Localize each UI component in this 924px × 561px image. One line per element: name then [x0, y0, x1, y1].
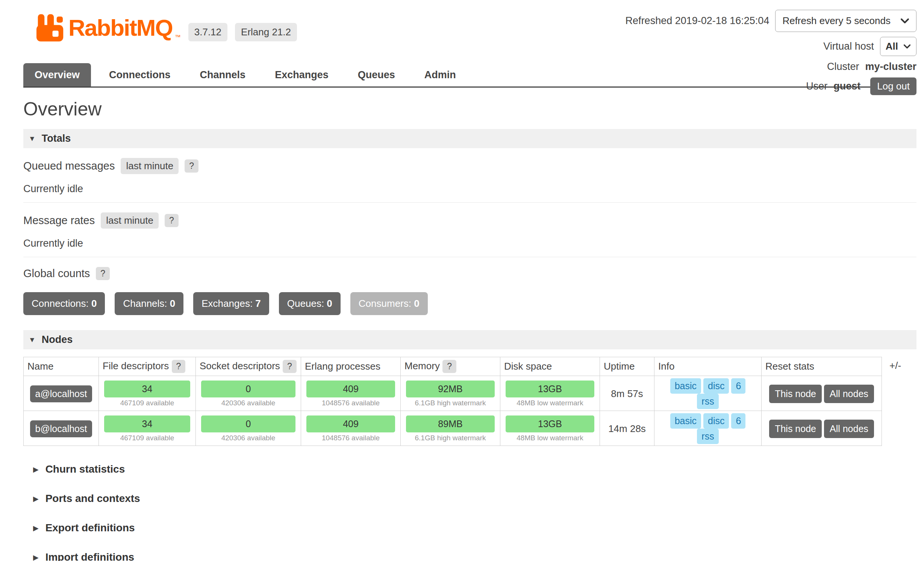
- trademark-symbol: ™: [175, 34, 181, 41]
- file-descriptors-available: 467109 available: [102, 399, 192, 407]
- nodes-header-row: Name File descriptors ? Socket descripto…: [24, 357, 882, 376]
- queued-messages-label: Queued messages: [23, 160, 115, 172]
- count-value: 0: [170, 298, 175, 309]
- node-name-badge: a@localhost: [30, 385, 92, 402]
- logout-button[interactable]: Log out: [870, 77, 916, 95]
- disk-space-cell: 13GB 48MB low watermark: [500, 376, 600, 411]
- import-definitions-section-toggle[interactable]: ▶ Import definitions: [23, 551, 916, 561]
- tab-exchanges[interactable]: Exchanges: [264, 63, 340, 86]
- rates-range-badge[interactable]: last minute: [101, 212, 159, 229]
- global-counts-help-badge[interactable]: ?: [96, 267, 110, 280]
- info-cell: basicdisc6rss: [654, 411, 762, 446]
- erlang-processes-bar: 409: [306, 415, 395, 432]
- refresh-interval-select[interactable]: Refresh every 5 seconds: [775, 10, 916, 32]
- vhost-select[interactable]: All: [880, 37, 916, 56]
- tab-connections[interactable]: Connections: [98, 63, 182, 86]
- info-badge-rss: rss: [697, 429, 718, 444]
- count-value: 0: [327, 298, 332, 309]
- nodes-section-toggle[interactable]: ▼ Nodes: [23, 330, 916, 349]
- uptime-cell: 14m 28s: [600, 411, 654, 446]
- socket-descriptors-bar: 0: [201, 381, 295, 397]
- queued-help-badge[interactable]: ?: [185, 159, 198, 173]
- tab-queues[interactable]: Queues: [347, 63, 406, 86]
- rates-help-badge[interactable]: ?: [165, 214, 179, 227]
- erlang-processes-cell: 409 1048576 available: [301, 376, 401, 411]
- cluster-row: Cluster my-cluster: [827, 61, 916, 73]
- file-descriptors-help-badge[interactable]: ?: [172, 360, 186, 373]
- col-info: Info: [654, 357, 762, 376]
- uptime-cell: 8m 57s: [600, 376, 654, 411]
- col-name: Name: [24, 357, 99, 376]
- erlang-processes-cell: 409 1048576 available: [301, 411, 401, 446]
- tab-overview[interactable]: Overview: [23, 63, 91, 86]
- info-badge-basic: basic: [670, 413, 701, 429]
- node-name-cell: b@localhost: [24, 411, 99, 446]
- global-counts-label: Global counts: [23, 267, 90, 280]
- queued-range-badge[interactable]: last minute: [121, 158, 179, 174]
- triangle-right-icon: ▶: [33, 554, 39, 561]
- col-label: Reset stats: [765, 361, 814, 372]
- totals-section-title: Totals: [42, 133, 71, 144]
- nodes-section-title: Nodes: [42, 334, 73, 346]
- queued-idle-text: Currently idle: [23, 183, 916, 195]
- nodes-table: Name File descriptors ? Socket descripto…: [23, 357, 882, 446]
- exchanges-count-badge: Exchanges: 7: [193, 292, 269, 315]
- col-label: File descriptors: [103, 360, 169, 371]
- reset-all-nodes-button[interactable]: All nodes: [824, 385, 874, 403]
- col-file-descriptors: File descriptors ?: [99, 357, 196, 376]
- reset-all-nodes-button[interactable]: All nodes: [824, 420, 874, 438]
- col-label: Disk space: [504, 361, 552, 372]
- column-selector-toggle[interactable]: +/-: [889, 360, 901, 371]
- message-rates-heading: Message rates last minute ?: [23, 212, 916, 229]
- tab-admin[interactable]: Admin: [413, 63, 467, 86]
- socket-descriptors-available: 420306 available: [199, 434, 298, 442]
- memory-help-badge[interactable]: ?: [442, 360, 456, 373]
- user-name: guest: [833, 80, 860, 92]
- count-label: Channels:: [123, 298, 167, 309]
- cluster-name: my-cluster: [865, 61, 916, 73]
- refresh-row: Refreshed 2019-02-18 16:25:04 Refresh ev…: [626, 10, 916, 32]
- count-label: Consumers:: [359, 298, 411, 309]
- socket-descriptors-cell: 0 420306 available: [196, 376, 301, 411]
- info-badge-rss: rss: [697, 394, 718, 409]
- node-row-b: b@localhost 34 467109 available 0 420306…: [24, 411, 882, 446]
- ports-and-contexts-section-toggle[interactable]: ▶ Ports and contexts: [23, 493, 916, 505]
- brand-name: RabbitMQ: [68, 16, 173, 39]
- col-reset-stats: Reset stats: [762, 357, 882, 376]
- socket-descriptors-help-badge[interactable]: ?: [283, 360, 297, 373]
- disk-space-watermark: 48MB low watermark: [503, 399, 597, 407]
- message-rates-subsection: Message rates last minute ? Currently id…: [23, 212, 916, 257]
- memory-cell: 89MB 6.1GB high watermark: [401, 411, 500, 446]
- col-label: Memory: [404, 360, 440, 371]
- erlang-processes-available: 1048576 available: [304, 399, 397, 407]
- export-definitions-section-toggle[interactable]: ▶ Export definitions: [23, 522, 916, 534]
- disk-space-cell: 13GB 48MB low watermark: [500, 411, 600, 446]
- count-label: Connections:: [32, 298, 89, 309]
- tab-channels[interactable]: Channels: [189, 63, 257, 86]
- message-rates-label: Message rates: [23, 214, 95, 227]
- count-value: 0: [91, 298, 97, 309]
- section-title: Export definitions: [45, 522, 135, 534]
- totals-section-toggle[interactable]: ▼ Totals: [23, 129, 916, 148]
- rabbitmq-logo-icon: [33, 13, 66, 43]
- rabbitmq-version-badge: 3.7.12: [188, 23, 227, 41]
- col-socket-descriptors: Socket descriptors ?: [196, 357, 301, 376]
- chevron-down-icon: [903, 44, 911, 49]
- socket-descriptors-available: 420306 available: [199, 399, 298, 407]
- reset-this-node-button[interactable]: This node: [769, 385, 822, 403]
- col-disk-space: Disk space: [500, 357, 600, 376]
- refresh-interval-value: Refresh every 5 seconds: [782, 15, 891, 27]
- col-label: Name: [27, 361, 53, 372]
- info-badge-stats-level: 6: [731, 413, 745, 429]
- info-badge-disc: disc: [703, 378, 729, 394]
- info-badge-disc: disc: [703, 413, 729, 429]
- user-row: User guest Log out: [806, 77, 916, 95]
- triangle-right-icon: ▶: [33, 495, 39, 502]
- file-descriptors-cell: 34 467109 available: [99, 411, 196, 446]
- count-label: Exchanges:: [201, 298, 253, 309]
- col-memory: Memory ?: [401, 357, 500, 376]
- churn-statistics-section-toggle[interactable]: ▶ Churn statistics: [23, 463, 916, 475]
- global-counts-heading: Global counts ?: [23, 267, 916, 280]
- reset-this-node-button[interactable]: This node: [769, 420, 822, 438]
- global-counts-row: Connections: 0 Channels: 0 Exchanges: 7 …: [23, 292, 916, 315]
